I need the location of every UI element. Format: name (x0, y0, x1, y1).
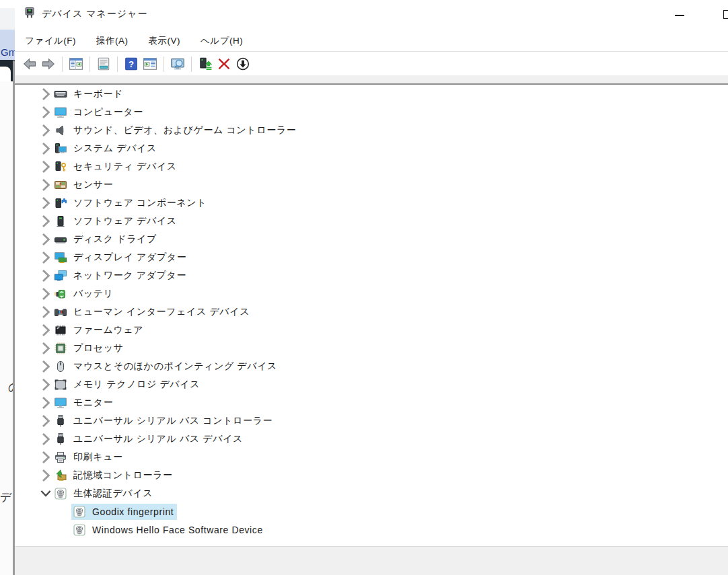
chevron-right-icon[interactable] (39, 416, 52, 426)
back-button[interactable] (21, 55, 38, 73)
chevron-right-icon[interactable] (39, 343, 52, 354)
tree-item[interactable]: 印刷キュー (15, 448, 728, 466)
tree-item-content[interactable]: Windows Hello Face Software Device (71, 522, 266, 538)
chevron-right-icon[interactable] (39, 307, 52, 317)
tree-item[interactable]: モニター (15, 393, 728, 412)
tree-item-content[interactable]: ディスク ドライブ (52, 231, 160, 247)
tree-item-content[interactable]: ソフトウェア コンポーネント (52, 195, 210, 211)
properties-button[interactable] (95, 55, 112, 73)
chevron-right-icon[interactable] (39, 234, 52, 245)
tree-item[interactable]: セキュリティ デバイス (15, 157, 728, 176)
tree-item[interactable]: ファームウェア (15, 321, 728, 339)
chevron-right-icon[interactable] (39, 470, 52, 481)
usb-icon (54, 432, 67, 446)
tree-item-content[interactable]: マウスとそのほかのポインティング デバイス (52, 358, 281, 375)
chevron-down-icon[interactable] (39, 488, 52, 499)
maximize-button[interactable] (723, 10, 728, 19)
tree-item[interactable]: Goodix fingerprint (15, 502, 728, 521)
minimize-button[interactable] (675, 15, 684, 16)
tree-item[interactable]: プロセッサ (15, 339, 728, 357)
browser-tab-fragment[interactable]: Gm (0, 30, 15, 60)
tree-item[interactable]: システム デバイス (15, 139, 728, 157)
tree-item[interactable]: ユニバーサル シリアル バス コントローラー (15, 412, 728, 430)
tree-item[interactable]: ソフトウェア コンポーネント (15, 194, 728, 212)
tree-item[interactable]: サウンド、ビデオ、およびゲーム コントローラー (15, 121, 728, 139)
tree-item[interactable]: 記憶域コントローラー (15, 466, 728, 484)
memory-tech-icon (54, 378, 67, 391)
tree-item-label: メモリ テクノロジ デバイス (73, 379, 200, 391)
disable-device-button[interactable] (234, 55, 252, 73)
chevron-right-icon[interactable] (39, 397, 52, 408)
chevron-right-icon[interactable] (39, 289, 52, 299)
tree-item-selected[interactable]: Goodix fingerprint (71, 504, 177, 520)
print-queue-icon (54, 451, 67, 464)
show-console-tree-button[interactable] (67, 55, 85, 73)
tree-item[interactable]: ネットワーク アダプター (15, 266, 728, 284)
tree-item-content[interactable]: ヒューマン インターフェイス デバイス (52, 304, 253, 320)
chevron-right-icon[interactable] (39, 252, 52, 263)
tree-item[interactable]: 生体認証デバイス (15, 484, 728, 502)
tree-item[interactable]: Windows Hello Face Software Device (15, 521, 728, 539)
forward-button[interactable] (40, 55, 57, 73)
tree-item-content[interactable]: ファームウェア (52, 322, 147, 338)
tree-item[interactable]: ヒューマン インターフェイス デバイス (15, 303, 728, 321)
tree-item-content[interactable]: コンピューター (52, 104, 147, 120)
tree-item-label: キーボード (73, 88, 123, 100)
title-bar[interactable]: デバイス マネージャー (15, 0, 728, 30)
tree-item[interactable]: ディスク ドライブ (15, 230, 728, 248)
scan-hardware-changes-icon (170, 56, 185, 71)
tree-item-content[interactable]: 印刷キュー (52, 449, 126, 465)
tree-item[interactable]: マウスとそのほかのポインティング デバイス (15, 357, 728, 375)
tree-item-content[interactable]: ソフトウェア デバイス (52, 213, 180, 229)
chevron-right-icon[interactable] (39, 361, 52, 372)
tree-item-content[interactable]: セキュリティ デバイス (52, 159, 180, 175)
tree-item[interactable]: メモリ テクノロジ デバイス (15, 375, 728, 393)
help-button[interactable]: ? (122, 55, 140, 73)
menu-item-3[interactable]: ヘルプ(H) (201, 35, 243, 47)
chevron-right-icon[interactable] (39, 161, 52, 172)
tree-item-content[interactable]: メモリ テクノロジ デバイス (52, 377, 203, 393)
toolbar-separator (62, 56, 63, 72)
chevron-right-icon[interactable] (39, 89, 52, 100)
tree-item-content[interactable]: ネットワーク アダプター (52, 268, 190, 284)
menu-item-0[interactable]: ファイル(F) (25, 35, 76, 47)
tree-item-content[interactable]: ディスプレイ アダプター (52, 250, 190, 266)
toolbar-separator (191, 56, 192, 72)
tree-item-content[interactable]: センサー (52, 177, 116, 193)
chevron-right-icon[interactable] (39, 198, 52, 208)
chevron-right-icon[interactable] (39, 452, 52, 463)
tree-item[interactable]: ユニバーサル シリアル バス デバイス (15, 430, 728, 448)
tree-item[interactable]: ディスプレイ アダプター (15, 248, 728, 266)
tree-item-content[interactable]: プロセッサ (52, 340, 127, 356)
chevron-right-icon[interactable] (39, 143, 52, 154)
tree-item-content[interactable]: モニター (52, 395, 116, 411)
tree-item[interactable]: ソフトウェア デバイス (15, 212, 728, 230)
chevron-right-icon[interactable] (39, 216, 52, 227)
chevron-right-icon[interactable] (39, 325, 52, 336)
tree-item-content[interactable]: バッテリ (52, 286, 117, 302)
tree-item-content[interactable]: 生体認証デバイス (52, 486, 156, 502)
update-driver-button[interactable] (196, 55, 214, 73)
chevron-right-icon[interactable] (39, 270, 52, 281)
show-action-pane-button[interactable] (141, 55, 159, 73)
tree-item-content[interactable]: サウンド、ビデオ、およびゲーム コントローラー (52, 122, 299, 139)
chevron-right-icon[interactable] (39, 379, 52, 390)
tree-item[interactable]: バッテリ (15, 284, 728, 303)
menu-item-2[interactable]: 表示(V) (149, 35, 181, 47)
scan-hardware-changes-button[interactable] (169, 55, 186, 73)
uninstall-device-button[interactable] (215, 55, 233, 73)
firmware-icon (54, 323, 67, 337)
tree-item[interactable]: センサー (15, 176, 728, 194)
tree-item-content[interactable]: ユニバーサル シリアル バス コントローラー (52, 413, 276, 429)
tree-item[interactable]: コンピューター (15, 103, 728, 121)
tree-item-content[interactable]: 記憶域コントローラー (52, 467, 176, 484)
chevron-right-icon[interactable] (39, 125, 52, 136)
chevron-right-icon[interactable] (39, 180, 52, 190)
tree-item-content[interactable]: キーボード (52, 86, 126, 102)
menu-item-1[interactable]: 操作(A) (96, 35, 129, 47)
chevron-right-icon[interactable] (39, 107, 52, 118)
tree-item[interactable]: キーボード (15, 85, 728, 103)
tree-item-content[interactable]: ユニバーサル シリアル バス デバイス (52, 431, 246, 447)
tree-item-content[interactable]: システム デバイス (52, 141, 160, 157)
chevron-right-icon[interactable] (39, 434, 52, 445)
